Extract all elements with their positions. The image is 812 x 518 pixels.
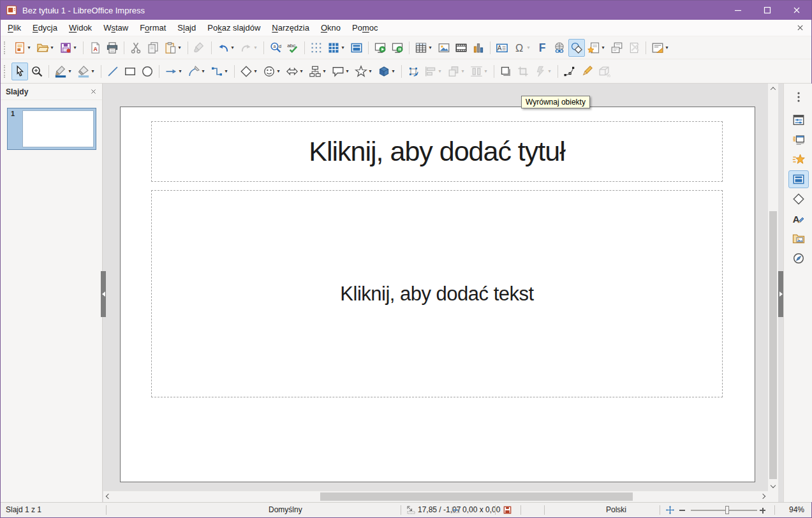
slide-properties-dropdown-arrow[interactable]: ▾ — [664, 45, 670, 50]
new-slide-dropdown-arrow[interactable]: ▾ — [600, 45, 606, 50]
scroll-right-button[interactable] — [758, 491, 768, 501]
language-selector[interactable]: Polski — [562, 503, 670, 517]
find-and-replace-button[interactable] — [267, 39, 284, 57]
menu-okno[interactable]: Okno — [315, 20, 346, 35]
sidebar-splitter[interactable] — [778, 271, 783, 317]
symbol-shapes-button[interactable]: ▾ — [261, 63, 283, 80]
new-slide-button[interactable]: ▾ — [586, 39, 608, 57]
sidebar-tab-styles[interactable] — [788, 210, 809, 228]
display-grid-button[interactable] — [308, 39, 325, 57]
hyperlink-button[interactable] — [551, 39, 568, 57]
menu-wstaw[interactable]: Wstaw — [98, 20, 134, 35]
flowchart-dropdown-arrow[interactable]: ▾ — [321, 68, 327, 74]
vertical-scroll-thumb[interactable] — [769, 211, 777, 479]
glue-points-button[interactable] — [579, 63, 595, 80]
block-arrows-button[interactable]: ▾ — [284, 63, 306, 80]
zoom-slider-thumb[interactable] — [725, 506, 729, 514]
insert-table-button[interactable]: ▾ — [413, 39, 435, 57]
3d-objects-button[interactable]: ▾ — [376, 63, 398, 80]
undo-dropdown-arrow[interactable]: ▾ — [230, 45, 235, 50]
slide[interactable]: Kliknij, aby dodać tytuł Kliknij, aby do… — [120, 107, 755, 482]
zoom-out-button[interactable] — [679, 510, 685, 511]
save-dropdown-arrow[interactable]: ▾ — [72, 45, 78, 50]
fill-color-dropdown-arrow[interactable]: ▾ — [90, 68, 96, 74]
zoom-slider-track[interactable] — [691, 510, 757, 511]
sidebar-tab-shapes[interactable] — [788, 190, 809, 208]
menu-edycja[interactable]: Edycja — [27, 20, 63, 35]
insert-media-button[interactable] — [453, 39, 469, 57]
menu-widok[interactable]: Widok — [63, 20, 98, 35]
display-snap-guides-button[interactable]: ▾ — [325, 39, 348, 57]
block-arrows-dropdown-arrow[interactable]: ▾ — [299, 68, 304, 74]
shadow-button[interactable] — [498, 63, 514, 80]
maximize-button[interactable] — [753, 1, 782, 20]
slide-panel-splitter[interactable] — [101, 271, 106, 317]
symbol-shapes-dropdown-arrow[interactable]: ▾ — [276, 68, 281, 74]
slide-thumbnail-1[interactable]: 1 — [7, 108, 96, 150]
scroll-down-button[interactable] — [768, 480, 778, 491]
menu-narz-dzia[interactable]: Narzędzia — [266, 20, 315, 35]
connectors-button[interactable]: ▾ — [209, 63, 231, 80]
stars-and-banners-dropdown-arrow[interactable]: ▾ — [367, 68, 373, 74]
open-dropdown-arrow[interactable]: ▾ — [49, 45, 55, 50]
menu-format[interactable]: Format — [134, 20, 172, 35]
horizontal-scroll-thumb[interactable] — [320, 492, 633, 501]
ellipse-button[interactable] — [139, 63, 156, 80]
fontwork-button[interactable] — [534, 39, 550, 57]
sidebar-tab-navigator[interactable] — [788, 249, 809, 267]
zoom-level[interactable]: 94% — [784, 503, 809, 517]
slide-indicator[interactable]: Slajd 1 z 1 — [6, 503, 41, 517]
title-placeholder[interactable]: Kliknij, aby dodać tytuł — [151, 121, 723, 182]
callout-shapes-button[interactable]: ▾ — [330, 63, 352, 80]
start-from-first-slide-button[interactable] — [372, 39, 388, 57]
insert-image-button[interactable] — [436, 39, 452, 57]
new-presentation-button[interactable]: ▾ — [11, 39, 34, 57]
callout-shapes-dropdown-arrow[interactable]: ▾ — [344, 68, 350, 74]
insert-table-dropdown-arrow[interactable]: ▾ — [427, 45, 433, 50]
outline-placeholder[interactable]: Kliknij, aby dodać tekst — [151, 190, 723, 397]
rotate-button[interactable] — [405, 63, 422, 80]
curves-and-polygons-dropdown-arrow[interactable]: ▾ — [200, 68, 206, 74]
menu-plik[interactable]: Plik — [2, 20, 27, 35]
sidebar-tab-animation[interactable] — [788, 151, 809, 168]
vertical-scrollbar[interactable] — [768, 84, 778, 491]
layout-name[interactable]: Domyślny — [269, 503, 302, 517]
horizontal-scrollbar[interactable] — [103, 491, 768, 502]
sidebar-tab-sidebar-settings[interactable] — [788, 88, 809, 106]
open-button[interactable]: ▾ — [34, 39, 57, 57]
basic-shapes-dropdown-arrow[interactable]: ▾ — [253, 68, 258, 74]
paste-dropdown-arrow[interactable]: ▾ — [177, 45, 182, 50]
lines-and-arrows-button[interactable]: ▾ — [163, 63, 185, 80]
line-color-button[interactable]: ▾ — [52, 63, 75, 80]
fill-color-button[interactable]: ▾ — [75, 63, 98, 80]
spelling-button[interactable] — [284, 39, 301, 57]
zoom-in-button[interactable] — [760, 510, 765, 511]
menu-pokaz-slajd-w[interactable]: Pokaz slajdów — [202, 20, 266, 35]
unsaved-changes-icon[interactable] — [503, 505, 512, 515]
3d-objects-dropdown-arrow[interactable]: ▾ — [390, 68, 396, 74]
connectors-dropdown-arrow[interactable]: ▾ — [223, 68, 229, 74]
toolbar-grip[interactable] — [4, 41, 8, 54]
slide-panel-close-icon[interactable] — [90, 88, 97, 95]
rectangle-button[interactable] — [122, 63, 138, 80]
menu-slajd[interactable]: Slajd — [172, 20, 202, 35]
duplicate-slide-button[interactable] — [609, 39, 625, 57]
paste-button[interactable]: ▾ — [162, 39, 184, 57]
insert-chart-button[interactable] — [470, 39, 487, 57]
line-color-dropdown-arrow[interactable]: ▾ — [67, 68, 73, 74]
start-from-current-slide-button[interactable] — [389, 39, 406, 57]
fit-slide-icon[interactable] — [665, 505, 675, 515]
sidebar-tab-master-slides[interactable] — [788, 170, 809, 188]
close-document-button[interactable] — [794, 22, 806, 34]
curves-and-polygons-button[interactable]: ▾ — [186, 63, 208, 80]
lines-and-arrows-dropdown-arrow[interactable]: ▾ — [177, 68, 183, 74]
insert-line-button[interactable] — [105, 63, 121, 80]
copy-button[interactable] — [145, 39, 161, 57]
zoom-button[interactable] — [29, 63, 45, 80]
insert-text-box-button[interactable] — [494, 39, 510, 57]
toolbar-grip[interactable] — [4, 65, 8, 78]
basic-shapes-button[interactable]: ▾ — [238, 63, 260, 80]
flowchart-button[interactable]: ▾ — [307, 63, 329, 80]
close-button[interactable] — [782, 1, 811, 20]
special-character-button[interactable]: ▾ — [511, 39, 533, 57]
